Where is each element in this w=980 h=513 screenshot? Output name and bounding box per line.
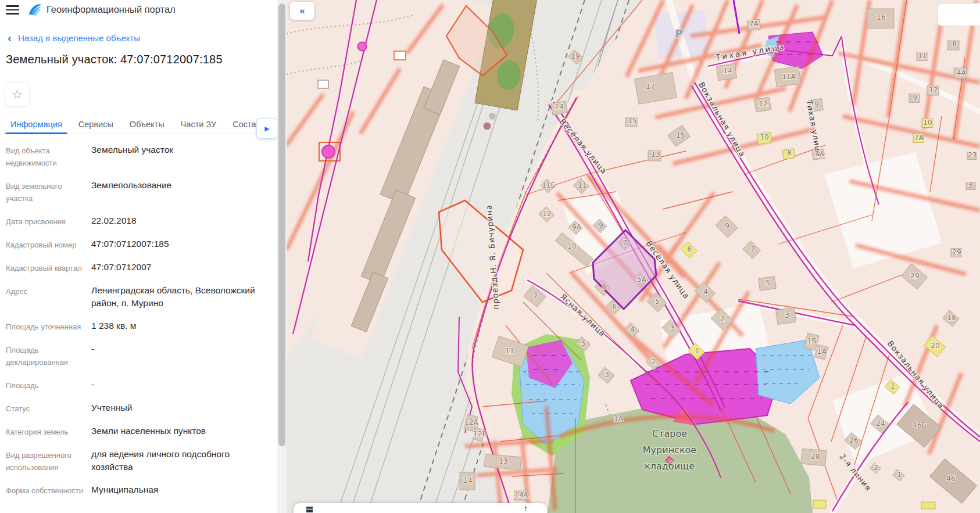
field-row: Форма собственностиМуниципальная: [6, 483, 266, 497]
panel-scrollbar[interactable]: [277, 0, 287, 513]
bottom-toolbar[interactable]: ↑: [294, 503, 547, 513]
parcel-number: 3: [785, 311, 789, 320]
parcel-number: 26: [849, 436, 858, 444]
tab-сервисы[interactable]: Сервисы: [78, 117, 113, 134]
field-row: Категория земельЗемли населенных пунктов: [6, 425, 266, 438]
parcel-number: 4: [703, 288, 708, 296]
parcel-number: 8: [787, 149, 792, 157]
field-value: для ведения личного подсобного хозяйства: [90, 448, 266, 473]
parcel-number: 5: [655, 297, 660, 306]
parcel-number: 8: [602, 283, 606, 291]
field-label: Форма собственности: [6, 483, 90, 497]
parcel-number: 3: [605, 371, 609, 379]
parcel-number: 4А: [957, 69, 967, 77]
favorite-button[interactable]: ☆: [5, 82, 30, 107]
back-chevron-icon: ‹: [8, 33, 12, 43]
area-label: кладбище: [645, 461, 695, 472]
field-row: АдресЛенинградская область, Всеволожский…: [6, 284, 266, 310]
area-label: Муринское: [643, 444, 696, 455]
parcel-number: 14А: [514, 491, 528, 499]
collapse-panel-button[interactable]: «: [290, 2, 314, 20]
field-label: Вид разрешенного использования: [6, 448, 90, 473]
parcel-number: 3: [670, 324, 675, 332]
back-link[interactable]: ‹ Назад в выделенные объекты: [8, 33, 140, 43]
parcel-number: 12: [542, 210, 551, 218]
parcel-number: 46Б: [913, 421, 927, 429]
parcel-number: 1А: [817, 347, 827, 356]
parcel-number: 7А: [749, 20, 759, 28]
app-logo-icon: [27, 2, 43, 18]
parcel-number: 17: [646, 82, 654, 91]
tab-информация[interactable]: Информация: [10, 117, 62, 134]
parcel-number: 3: [968, 181, 972, 189]
fields: Вид объекта недвижимостиЗемельный участо…: [6, 144, 266, 507]
field-row: Вид земельного участкаЗемлепользование: [6, 179, 266, 205]
map[interactable]: Тихая улицаВокзальная улицаТихая улицаВе…: [287, 0, 980, 513]
map-search-box[interactable]: [937, 3, 980, 26]
field-label: Дата присвоения: [6, 214, 90, 228]
parcel-number: 29: [910, 272, 919, 280]
parcel-number: 1: [890, 382, 895, 390]
parcel-number: 10: [567, 242, 576, 250]
field-value: -: [90, 343, 94, 368]
parcel-number: 13: [499, 457, 507, 465]
parcel-number: 14: [723, 67, 732, 75]
parcel-number: 18: [947, 314, 956, 322]
field-value: 1 238 кв. м: [90, 320, 136, 333]
app-title: Геоинформационный портал: [47, 4, 176, 15]
info-panel: Геоинформационный портал ‹ Назад в выдел…: [0, 0, 277, 513]
scrollbar-thumb[interactable]: [278, 3, 285, 446]
parcel-number: 2: [874, 464, 878, 472]
field-value: 22.02.2018: [90, 214, 137, 228]
parcel-number: 11: [578, 181, 586, 189]
parcel-number: 4: [630, 325, 635, 333]
parcel-number: 1: [897, 471, 902, 479]
parcel-number: 9: [599, 221, 603, 229]
parcel-number: 10: [923, 119, 932, 127]
tabs-scroll-right-button[interactable]: ▶: [256, 118, 278, 139]
parcel-number: 2: [720, 315, 725, 323]
parcel-number: 12А: [464, 418, 478, 426]
field-label: Кадастровый квартал: [6, 261, 90, 274]
field-label: Площадь уточненная: [6, 320, 90, 333]
parcel-number: 29: [952, 248, 961, 256]
field-row: Кадастровый номер47:07:0712007:185: [6, 238, 266, 251]
tab-соста[interactable]: Соста: [233, 117, 256, 134]
menu-icon[interactable]: [6, 5, 19, 16]
tab-объекты[interactable]: Объекты: [130, 117, 164, 134]
parcel-number: 5: [581, 339, 586, 347]
legend-icon: [306, 507, 313, 512]
field-value: -: [90, 378, 94, 392]
field-value: Земли населенных пунктов: [90, 425, 206, 438]
parcel-number: 9: [913, 94, 917, 102]
field-value: Учтенный: [90, 401, 132, 415]
page-title: Земельный участок: 47:07:0712007:185: [6, 53, 223, 66]
field-row: Вид объекта недвижимостиЗемельный участо…: [6, 144, 266, 169]
parcel-number: 23: [968, 151, 977, 159]
parcel-number: 7А: [815, 150, 825, 158]
building: [813, 500, 826, 508]
parcel-number: 12: [759, 100, 767, 108]
building: [921, 502, 935, 509]
map-canvas[interactable]: Тихая улицаВокзальная улицаТихая улицаВе…: [287, 0, 980, 513]
parcel-number: 9: [725, 222, 729, 230]
parcel-number: 6: [687, 245, 692, 253]
parcel-number: 19: [571, 52, 580, 60]
field-value: 47:07:0712007: [90, 261, 151, 274]
parcel-number: 7: [623, 239, 627, 247]
field-label: Категория земель: [6, 425, 90, 438]
parcel-number: 7: [750, 245, 755, 253]
field-value: Муниципальная: [90, 483, 158, 497]
parcel-number: 11А: [782, 73, 796, 81]
parcel-number: 14: [555, 103, 563, 111]
parcel-number: 24: [876, 419, 885, 428]
field-row: Кадастровый квартал47:07:0712007: [6, 261, 266, 274]
parcel-number: 2: [652, 358, 656, 366]
tab-части зу[interactable]: Части ЗУ: [181, 117, 217, 134]
field-value: Ленинградская область, Всеволожский райо…: [90, 284, 266, 310]
field-row: Площадь уточненная1 238 кв. м: [6, 320, 266, 333]
star-icon: ☆: [12, 87, 23, 102]
parcel-number: 12: [929, 86, 938, 94]
field-row: СтатусУчтенный: [6, 401, 266, 415]
parcel-number: 1А: [614, 414, 624, 422]
